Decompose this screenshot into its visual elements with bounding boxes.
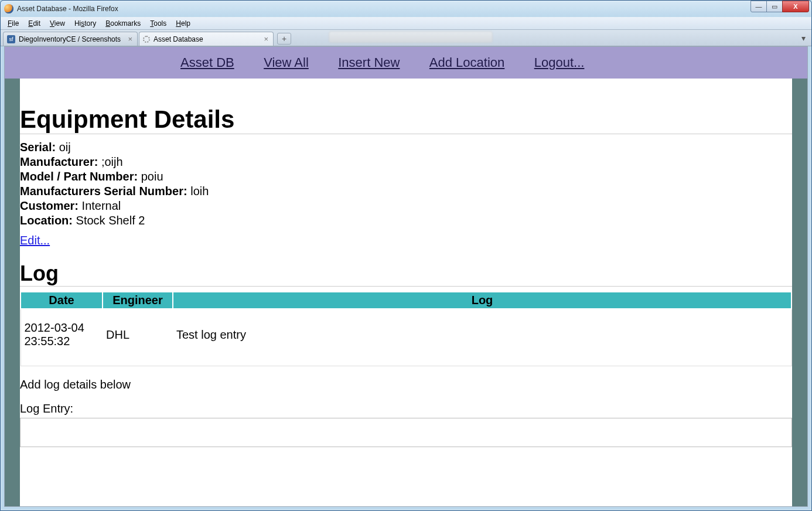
detail-model: Model / Part Number: poiu	[20, 169, 792, 184]
edit-link[interactable]: Edit...	[20, 234, 50, 247]
detail-location: Location: Stock Shelf 2	[20, 213, 792, 228]
page: Asset DB View All Insert New Add Locatio…	[5, 47, 807, 506]
detail-serial: Serial: oij	[20, 140, 792, 155]
titlebar: Asset Database - Mozilla Firefox	[1, 1, 811, 17]
add-log-text: Add log details below	[20, 378, 792, 391]
nav-logout[interactable]: Logout...	[534, 55, 585, 70]
value-model: poiu	[141, 170, 163, 183]
log-entry-input[interactable]	[20, 418, 792, 447]
log-header-date: Date	[21, 292, 103, 309]
label-location: Location:	[20, 214, 73, 227]
value-mfr-serial: loih	[190, 185, 209, 197]
minimize-button[interactable]: —	[750, 1, 767, 12]
detail-manufacturer: Manufacturer: ;oijh	[20, 155, 792, 169]
value-location: Stock Shelf 2	[76, 214, 145, 227]
tabs-overflow-icon[interactable]: ▾	[799, 33, 808, 43]
nav-asset-db[interactable]: Asset DB	[180, 55, 234, 70]
details-block: Serial: oij Manufacturer: ;oijh Model / …	[20, 140, 792, 228]
value-serial: oij	[59, 141, 71, 154]
label-serial: Serial:	[20, 141, 56, 154]
menu-help[interactable]: Help	[171, 18, 195, 29]
label-model: Model / Part Number:	[20, 170, 138, 183]
heading-log: Log	[20, 261, 792, 287]
detail-mfr-serial: Manufacturers Serial Number: loih	[20, 184, 792, 199]
firefox-icon	[4, 4, 13, 13]
table-row: 2012-03-04 23:55:32 DHL Test log entry	[21, 309, 791, 366]
new-tab-button[interactable]: +	[277, 33, 291, 45]
nav-add-location[interactable]: Add Location	[429, 55, 504, 70]
label-manufacturer: Manufacturer:	[20, 155, 98, 168]
tab-label: DiegoInventoryCE / Screenshots	[19, 35, 121, 43]
browser-window: Asset Database - Mozilla Firefox — ▭ X F…	[0, 0, 812, 511]
tab-close-icon[interactable]: ×	[127, 35, 134, 43]
loading-icon	[143, 36, 150, 43]
top-nav: Asset DB View All Insert New Add Locatio…	[5, 47, 807, 79]
close-button[interactable]: X	[782, 1, 809, 12]
nav-view-all[interactable]: View All	[264, 55, 309, 70]
maximize-button[interactable]: ▭	[766, 1, 783, 12]
label-mfr-serial: Manufacturers Serial Number:	[20, 185, 187, 197]
menu-file[interactable]: File	[3, 18, 23, 29]
menu-tools[interactable]: Tools	[145, 18, 171, 29]
log-header-engineer: Engineer	[103, 292, 173, 309]
background-window-blur	[329, 31, 493, 43]
tab-label: Asset Database	[153, 35, 203, 43]
log-entry-label: Log Entry:	[20, 402, 792, 415]
sourceforge-icon: sf	[7, 35, 15, 43]
menu-edit[interactable]: Edit	[23, 18, 45, 29]
menu-bookmarks[interactable]: Bookmarks	[101, 18, 145, 29]
tab-close-icon[interactable]: ×	[262, 35, 269, 43]
tab-diegoinventory[interactable]: sf DiegoInventoryCE / Screenshots ×	[3, 32, 138, 46]
window-title: Asset Database - Mozilla Firefox	[17, 5, 118, 13]
menu-history[interactable]: History	[70, 18, 101, 29]
window-controls: — ▭ X	[751, 1, 809, 12]
menu-view[interactable]: View	[45, 18, 70, 29]
detail-customer: Customer: Internal	[20, 199, 792, 213]
log-cell-log: Test log entry	[173, 309, 791, 366]
viewport: Asset DB View All Insert New Add Locatio…	[4, 46, 808, 507]
menubar: File Edit View History Bookmarks Tools H…	[1, 17, 811, 30]
log-table: Date Engineer Log 2012-03-04 23:55:32 DH…	[20, 291, 792, 366]
log-cell-engineer: DHL	[103, 309, 173, 366]
content: Equipment Details Serial: oij Manufactur…	[20, 79, 792, 506]
value-customer: Internal	[82, 199, 121, 212]
heading-equipment-details: Equipment Details	[20, 105, 792, 134]
page-scroll[interactable]: Asset DB View All Insert New Add Locatio…	[5, 47, 807, 506]
value-manufacturer: ;oijh	[101, 155, 123, 168]
nav-insert-new[interactable]: Insert New	[338, 55, 400, 70]
tab-asset-database[interactable]: Asset Database ×	[139, 32, 274, 46]
log-header-log: Log	[173, 292, 791, 309]
log-cell-date: 2012-03-04 23:55:32	[21, 309, 103, 366]
label-customer: Customer:	[20, 199, 79, 212]
